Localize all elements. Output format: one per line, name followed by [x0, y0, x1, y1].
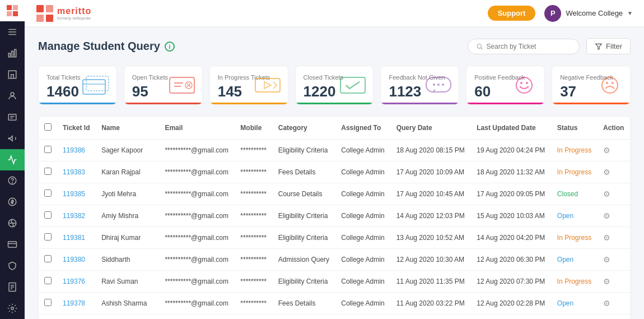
stat-bar-closed — [296, 103, 374, 104]
row-mobile-0: ********** — [235, 140, 272, 161]
support-button[interactable]: Support — [488, 6, 536, 21]
row-select-7[interactable] — [44, 299, 52, 306]
info-icon[interactable]: i — [165, 41, 175, 52]
row-checkbox-2 — [39, 183, 57, 205]
svg-point-49 — [516, 77, 532, 93]
row-name-5: Siddharth — [96, 249, 159, 271]
row-query-date-6: 11 Aug 2020 11:35 PM — [391, 271, 472, 293]
table-row: 119385 Jyoti Mehra **********@gmail.com … — [39, 183, 630, 205]
row-assigned-6: College Admin — [335, 271, 390, 293]
row-mobile-4: ********** — [235, 227, 272, 249]
sidebar-item-shield[interactable] — [0, 255, 25, 276]
sidebar-item-docs[interactable] — [0, 276, 25, 298]
row-select-0[interactable] — [44, 146, 52, 153]
search-icon — [476, 43, 483, 50]
svg-point-11 — [11, 93, 14, 96]
stat-card-positive: Positive Feedback 60 — [466, 66, 545, 105]
svg-rect-2 — [7, 11, 12, 16]
ticket-link-2[interactable]: 119385 — [63, 190, 85, 198]
row-checkbox-5 — [39, 249, 57, 271]
svg-rect-28 — [36, 15, 44, 22]
sidebar-item-building[interactable] — [0, 64, 25, 85]
action-gear-4[interactable]: ⚙ — [603, 233, 610, 242]
action-gear-6[interactable]: ⚙ — [603, 277, 610, 286]
row-select-6[interactable] — [44, 277, 52, 284]
status-badge-4: In Progress — [557, 233, 591, 243]
ticket-link-6[interactable]: 119376 — [63, 278, 85, 285]
meritto-logo-icon — [36, 4, 54, 22]
table-row: 119376 Ravi Suman **********@gmail.com *… — [39, 271, 630, 293]
row-select-3[interactable] — [44, 211, 52, 219]
row-email-5: **********@gmail.com — [159, 249, 235, 271]
action-gear-0[interactable]: ⚙ — [603, 146, 610, 155]
table-row: 119381 Dhiraj Kumar **********@gmail.com… — [39, 227, 630, 249]
search-input[interactable] — [487, 43, 572, 50]
sidebar-item-settings[interactable] — [0, 298, 25, 319]
filter-button[interactable]: Filter — [586, 38, 631, 54]
sidebar-item-list[interactable] — [0, 107, 25, 128]
row-category-3: Eligibility Criteria — [273, 205, 336, 227]
ticket-link-3[interactable]: 119382 — [63, 212, 85, 220]
row-select-4[interactable] — [44, 233, 52, 241]
stat-icon-positive — [510, 75, 539, 100]
table-body: 119386 Sager Kapoor **********@gmail.com… — [39, 140, 630, 320]
row-email-1: **********@gmail.com — [159, 161, 235, 183]
page-content: Manage Student Query i Filter Total Tick… — [25, 27, 644, 319]
ticket-link-7[interactable]: 119378 — [63, 299, 85, 307]
row-ticket-id-4: 119381 — [57, 227, 96, 249]
row-select-1[interactable] — [44, 168, 52, 175]
action-gear-7[interactable]: ⚙ — [603, 299, 610, 308]
sidebar-item-chart[interactable] — [0, 43, 25, 64]
filter-label: Filter — [606, 42, 622, 50]
row-assigned-2: College Admin — [335, 183, 390, 205]
select-all-checkbox[interactable] — [44, 123, 52, 131]
row-action-5: ⚙ — [598, 249, 630, 271]
svg-rect-29 — [46, 15, 53, 22]
ticket-link-0[interactable]: 119386 — [63, 146, 85, 154]
sidebar-item-globe[interactable] — [0, 212, 25, 234]
row-select-5[interactable] — [44, 255, 52, 262]
svg-point-25 — [11, 307, 14, 310]
sidebar-item-question[interactable] — [0, 170, 25, 192]
sidebar-item-megaphone[interactable] — [0, 128, 25, 149]
user-name-label: Welcome College — [566, 9, 623, 17]
row-status-4: In Progress — [552, 227, 598, 249]
ticket-link-1[interactable]: 119383 — [63, 168, 85, 176]
sidebar-item-hamburger[interactable] — [0, 21, 25, 43]
row-last-updated-7: 12 Aug 2020 02:28 PM — [471, 293, 552, 315]
action-gear-2[interactable]: ⚙ — [603, 189, 610, 198]
svg-rect-44 — [340, 77, 365, 93]
row-action-0: ⚙ — [598, 140, 630, 161]
svg-point-53 — [606, 82, 608, 84]
row-query-date-5: 12 Aug 2020 10:30 AM — [391, 249, 472, 271]
action-gear-1[interactable]: ⚙ — [603, 168, 610, 177]
row-status-3: Open — [552, 205, 598, 227]
sidebar-item-user[interactable] — [0, 85, 25, 107]
row-checkbox-3 — [39, 205, 57, 227]
row-checkbox-0 — [39, 140, 57, 161]
user-menu[interactable]: P Welcome College ▼ — [544, 5, 633, 22]
row-name-4: Dhiraj Kumar — [96, 227, 159, 249]
row-query-date-0: 18 Aug 2020 08:15 PM — [391, 140, 472, 161]
col-header-email: Email — [159, 117, 235, 140]
row-query-date-7: 11 Aug 2020 03:22 PM — [391, 293, 472, 315]
search-box — [468, 39, 580, 54]
row-select-2[interactable] — [44, 189, 52, 197]
svg-point-48 — [442, 84, 444, 86]
user-avatar: P — [544, 5, 561, 22]
col-header-category: Category — [273, 117, 336, 140]
svg-rect-27 — [46, 5, 53, 12]
row-email-8: **********@gmail.com — [159, 315, 235, 320]
sidebar-item-dollar[interactable] — [0, 191, 25, 212]
action-gear-3[interactable]: ⚙ — [603, 211, 610, 220]
stat-icon-closed — [338, 75, 367, 100]
row-name-1: Karan Rajpal — [96, 161, 159, 183]
ticket-link-4[interactable]: 119381 — [63, 234, 85, 242]
row-action-1: ⚙ — [598, 161, 630, 183]
sidebar-item-card[interactable] — [0, 234, 25, 255]
action-gear-5[interactable]: ⚙ — [603, 255, 610, 264]
sidebar-item-analytics[interactable] — [0, 149, 25, 170]
ticket-link-5[interactable]: 119380 — [63, 256, 85, 263]
col-header-query_date: Query Date — [391, 117, 472, 140]
row-last-updated-5: 12 Aug 2020 06:30 PM — [471, 249, 552, 271]
